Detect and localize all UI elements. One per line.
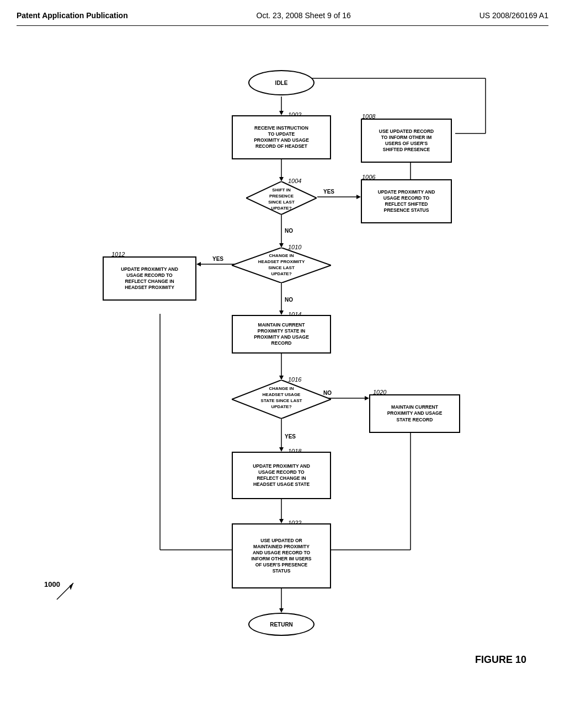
svg-marker-5 [356,195,361,199]
node-1008: USE UPDATED RECORDTO INFORM OTHER IMUSER… [361,119,452,163]
svg-text:HEADSET USAGE: HEADSET USAGE [263,392,301,397]
node-1012: UPDATE PROXIMITY ANDUSAGE RECORD TOREFLE… [103,256,196,301]
svg-marker-39 [279,608,284,613]
svg-text:CHANGE IN: CHANGE IN [269,386,294,391]
svg-text:YES: YES [212,256,223,262]
node-1006: UPDATE PROXIMITY ANDUSAGE RECORD TOREFLE… [361,179,452,223]
idle-node: IDLE [248,70,315,95]
diamond-1016: CHANGE IN HEADSET USAGE STATE SINCE LAST… [232,380,331,419]
svg-text:PRESENCE: PRESENCE [269,194,294,199]
svg-marker-28 [279,447,284,452]
svg-marker-23 [279,376,284,380]
node-1014: MAINTAIN CURRENTPROXIMITY STATE INPROXIM… [232,315,331,354]
svg-marker-17 [196,262,201,266]
svg-text:CHANGE IN: CHANGE IN [269,253,294,258]
svg-text:YES: YES [285,433,296,440]
svg-marker-56 [70,583,73,590]
svg-marker-14 [279,243,284,248]
svg-text:UPDATE?: UPDATE? [271,404,291,409]
header-publication: Patent Application Publication [17,11,128,20]
svg-text:NO: NO [285,297,293,303]
svg-text:STATE SINCE LAST: STATE SINCE LAST [261,398,302,403]
diamond-1010: CHANGE IN HEADSET PROXIMITY SINCE LAST U… [232,248,331,283]
diagram-area: YES NO YES NO [17,37,548,699]
return-node: RETURN [248,613,315,636]
svg-marker-3 [279,177,284,181]
header-patent-number: US 2008/260169 A1 [479,11,548,20]
svg-text:HEADSET PROXIMITY: HEADSET PROXIMITY [258,259,305,264]
node-1022: USE UPDATED ORMAINTAINED PROXIMITYAND US… [232,523,331,588]
svg-text:YES: YES [323,189,334,195]
page: Patent Application Publication Oct. 23, … [0,0,565,728]
svg-text:NO: NO [285,228,293,234]
svg-text:SHIFT IN: SHIFT IN [272,188,291,192]
figure-label: FIGURE 10 [475,654,526,666]
svg-marker-1 [279,111,284,115]
svg-text:UPDATE?: UPDATE? [271,271,291,276]
svg-text:SINCE LAST: SINCE LAST [268,200,295,205]
header-date-sheet: Oct. 23, 2008 Sheet 9 of 16 [257,11,351,20]
svg-text:UPDATE?: UPDATE? [271,206,291,211]
svg-text:SINCE LAST: SINCE LAST [268,265,295,270]
node-1002: RECEIVE INSTRUCTIONTO UPDATEPROXIMITY AN… [232,115,331,159]
svg-marker-31 [279,519,284,523]
node-1020: MAINTAIN CURRENTPROXIMITY AND USAGESTATE… [369,394,460,433]
page-header: Patent Application Publication Oct. 23, … [17,11,548,26]
svg-marker-25 [365,396,369,400]
diamond-1004: SHIFT IN PRESENCE SINCE LAST UPDATE? [246,181,317,215]
svg-marker-20 [279,311,284,315]
node-1018: UPDATE PROXIMITY ANDUSAGE RECORD TOREFLE… [232,452,331,499]
decorative-arrow [54,580,76,602]
